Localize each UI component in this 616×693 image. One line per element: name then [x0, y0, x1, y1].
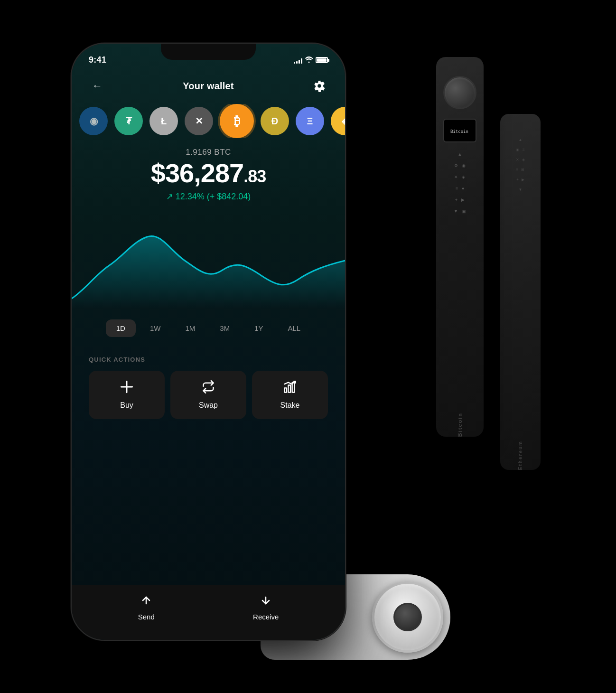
- action-buttons: Buy Swap: [89, 371, 328, 419]
- time-filter-3m[interactable]: 3M: [209, 319, 240, 337]
- stake-icon: [283, 380, 297, 396]
- hw-icon-row-1: ▲: [458, 152, 462, 157]
- swap-icon: [202, 380, 215, 396]
- hw-device-2-label: Ethereum: [518, 440, 523, 470]
- stake-label: Stake: [280, 401, 300, 410]
- hw-device-1: Bitcoin ▲ ⚙ ◉ ✕ ◈ ≡ ● + ▶: [436, 57, 484, 437]
- coins-row: ◉ ₮ Ł ✕ ₿ Ð Ξ ◈ A: [72, 104, 345, 138]
- status-time: 9:41: [89, 55, 106, 65]
- quick-actions-section: QUICK ACTIONS Buy: [72, 356, 345, 419]
- time-filter-1m[interactable]: 1M: [175, 319, 205, 337]
- phone-notch: [161, 44, 256, 60]
- chart-svg: [72, 213, 345, 308]
- battery-icon: [316, 57, 328, 63]
- send-label: Send: [138, 613, 155, 621]
- svg-rect-1: [289, 385, 291, 393]
- nano-button-outer: [372, 581, 443, 653]
- coin-xrp[interactable]: ✕: [185, 107, 213, 135]
- usd-amount: $36,287.83: [89, 160, 328, 187]
- nano-button-inner: [393, 603, 422, 631]
- usd-cents: .83: [243, 167, 266, 186]
- hw-device-2: ▲ ◉ Ξ ✕ ◈ ≡ ⊞ + ▶ ▼ Ethereum: [500, 114, 541, 470]
- hw-device-1-label: Bitcoin: [457, 412, 463, 437]
- buy-icon: [120, 380, 133, 396]
- header-title: Your wallet: [183, 81, 233, 92]
- coin-litecoin[interactable]: Ł: [149, 107, 178, 135]
- swap-label: Swap: [199, 401, 218, 410]
- time-filter-1w[interactable]: 1W: [140, 319, 171, 337]
- crypto-amount: 1.9169 BTC: [89, 148, 328, 157]
- signal-bar-2: [296, 61, 298, 64]
- scene: 9:41: [47, 19, 569, 674]
- send-icon: [140, 595, 152, 609]
- coin-ethereum[interactable]: Ξ: [296, 107, 324, 135]
- hw-icon-row-3: ✕ ◈: [454, 175, 465, 179]
- stake-button[interactable]: Stake: [252, 371, 328, 419]
- wifi-icon: [305, 56, 313, 64]
- hw2-icon-row-6: ▼: [519, 187, 523, 192]
- hw-icon-row-6: ▼ ▣: [454, 209, 466, 214]
- buy-label: Buy: [120, 401, 133, 410]
- hw2-icon-row-3: ✕ ◈: [516, 158, 525, 162]
- hw-device-1-button: [443, 76, 476, 109]
- hw2-icon-row-1: ▲: [519, 138, 523, 142]
- settings-button[interactable]: [311, 77, 328, 94]
- time-filter-all[interactable]: ALL: [278, 319, 311, 337]
- receive-icon: [260, 595, 271, 609]
- hw-icon-row-4: ≡ ●: [456, 186, 465, 191]
- coin-partial-left[interactable]: ◉: [79, 107, 108, 135]
- hw-icon-row-5: + ▶: [455, 197, 465, 202]
- hw-device-2-icons: ▲ ◉ Ξ ✕ ◈ ≡ ⊞ + ▶ ▼: [516, 128, 525, 440]
- buy-button[interactable]: Buy: [89, 371, 165, 419]
- battery-fill: [317, 58, 327, 62]
- receive-label: Receive: [253, 613, 279, 621]
- hw-icon-row-2: ⚙ ◉: [454, 163, 466, 168]
- coin-bitcoin[interactable]: ₿: [220, 104, 254, 138]
- hw2-icon-row-5: + ▶: [516, 178, 524, 182]
- change-percent: ↗ 12.34% (+ $842.04): [89, 191, 328, 202]
- balance-section: 1.9169 BTC $36,287.83 ↗ 12.34% (+ $842.0…: [72, 148, 345, 202]
- svg-text:Bitcoin: Bitcoin: [450, 129, 468, 134]
- time-filter-1y[interactable]: 1Y: [244, 319, 273, 337]
- signal-bar-4: [301, 58, 302, 64]
- signal-bars-icon: [294, 57, 302, 64]
- svg-rect-0: [284, 388, 287, 392]
- time-filter-1d[interactable]: 1D: [106, 319, 136, 337]
- time-filters: 1D 1W 1M 3M 1Y ALL: [72, 319, 345, 337]
- hw2-icon-row-4: ≡ ⊞: [516, 168, 525, 172]
- send-action[interactable]: Send: [138, 595, 155, 621]
- price-chart: [72, 213, 345, 308]
- coin-dogecoin[interactable]: Ð: [261, 107, 289, 135]
- back-button[interactable]: ←: [89, 77, 106, 94]
- coin-bnb[interactable]: ◈: [331, 107, 345, 135]
- quick-actions-label: QUICK ACTIONS: [89, 356, 328, 363]
- app-header: ← Your wallet: [72, 70, 345, 104]
- chart-fill: [72, 236, 345, 308]
- swap-button[interactable]: Swap: [170, 371, 246, 419]
- signal-bar-3: [299, 60, 300, 64]
- coin-tether[interactable]: ₮: [114, 107, 143, 135]
- usd-whole: $36,287: [151, 158, 243, 188]
- receive-action[interactable]: Receive: [253, 595, 279, 621]
- status-icons: [294, 56, 328, 64]
- hw-device-1-screen: Bitcoin: [443, 119, 476, 142]
- hw-device-1-icons: ▲ ⚙ ◉ ✕ ◈ ≡ ● + ▶ ▼ ▣: [454, 152, 466, 393]
- phone-screen: 9:41: [72, 44, 345, 640]
- phone-device: 9:41: [71, 43, 346, 641]
- hw2-icon-row-2: ◉ Ξ: [516, 148, 524, 152]
- signal-bar-1: [294, 62, 295, 64]
- bottom-bar: Send Receive: [72, 585, 345, 640]
